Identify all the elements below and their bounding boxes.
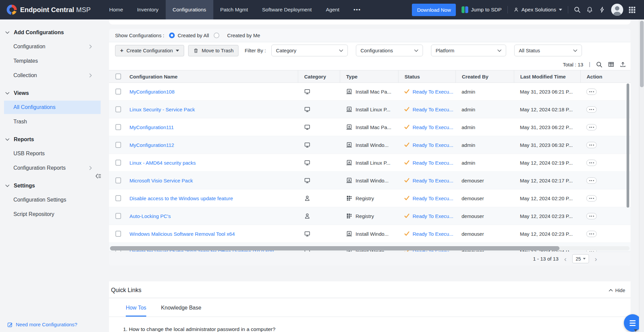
status-link[interactable]: Ready To Execu... [413,196,453,201]
nav-item-inventory[interactable]: Inventory [130,0,166,19]
sidebar-item-trash[interactable]: Trash [4,115,101,128]
select-all-checkbox[interactable] [115,73,121,79]
quick-actions-bolt-icon[interactable] [599,6,605,13]
row-actions-button[interactable] [586,124,597,130]
row-checkbox[interactable] [115,142,121,148]
notification-bell-icon[interactable] [586,6,593,13]
column-header-type[interactable]: Type [340,70,398,82]
configuration-name-link[interactable]: MyConfiguration111 [129,124,174,130]
create-configuration-button[interactable]: + Create Configuration [115,45,184,56]
configuration-name-link[interactable]: MyConfiguration108 [129,89,174,95]
type-label: Install Windo... [356,231,388,237]
row-actions-button[interactable] [586,177,597,184]
status-link[interactable]: Ready To Execu... [413,124,453,130]
row-checkbox[interactable] [115,124,121,130]
horizontal-scrollbar-thumb[interactable] [110,246,559,251]
row-actions-button[interactable] [586,89,597,95]
nav-item-software-deployment[interactable]: Software Deployment [255,0,319,19]
previous-page-icon[interactable]: ‹ [564,255,567,262]
column-header-created-by[interactable]: Created By [455,70,514,82]
column-header-category[interactable]: Category [298,70,340,82]
apps-grid-icon[interactable] [629,7,635,13]
tab-how-tos[interactable]: How Tos [126,305,146,317]
row-checkbox[interactable] [115,195,121,201]
how-to-link[interactable]: 1. How to change the local administrator… [123,326,275,332]
chevron-down-icon [5,31,9,34]
hide-quick-links-button[interactable]: Hide [609,288,625,293]
status-link[interactable]: Ready To Execu... [413,142,453,148]
row-actions-button[interactable] [586,106,597,113]
status-link[interactable]: Ready To Execu... [413,231,453,237]
configuration-name-link[interactable]: Disable access to the Windows update fea… [129,196,233,201]
sidebar-item-usb-reports[interactable]: USB Reports [4,147,101,160]
row-checkbox[interactable] [115,89,121,95]
status-link[interactable]: Ready To Execu... [413,89,453,95]
user-avatar[interactable] [611,4,623,16]
table-vertical-scrollbar-thumb[interactable] [627,84,629,208]
row-actions-button[interactable] [586,160,597,166]
row-checkbox[interactable] [115,213,121,219]
tab-knowledge-base[interactable]: Knowledge Base [161,305,201,317]
page-scrollbar-thumb[interactable] [640,21,644,87]
download-now-button[interactable]: Download Now [412,4,456,16]
configuration-name-link[interactable]: Windows Malicious Software Removal Tool … [129,231,235,237]
export-icon[interactable] [620,61,626,67]
sidebar-item-templates[interactable]: Templates [4,54,101,68]
configuration-name-link[interactable]: Linux Security - Service Pack [129,107,195,112]
move-to-trash-button[interactable]: Move to Trash [188,45,238,56]
row-actions-button[interactable] [586,231,597,237]
row-actions-button[interactable] [586,142,597,148]
status-link[interactable]: Ready To Execu... [413,178,453,183]
sidebar-header-settings[interactable]: Settings [0,179,101,192]
status-filter-dropdown[interactable]: All Status [514,45,582,56]
column-header-last-modified-time[interactable]: Last Modified Time [514,70,580,82]
configuration-name-link[interactable]: Linux - AMD64 security packs [129,160,196,166]
need-more-configurations-link[interactable]: Need more Configurations? [7,322,77,327]
status-link[interactable]: Ready To Execu... [413,160,453,166]
nav-more-menu[interactable]: ••• [346,0,368,19]
row-checkbox[interactable] [115,160,121,166]
configuration-name-link[interactable]: Microsoft Visio Service Pack [129,178,193,183]
platform-filter-dropdown[interactable]: Platform [431,45,506,56]
sidebar-item-all-configurations[interactable]: All Configurations [4,101,101,114]
table-search-icon[interactable] [596,61,602,68]
radio-created-by-all[interactable] [169,33,175,38]
sidebar-header-views[interactable]: Views [0,87,101,100]
page-size-select[interactable]: 25 [572,254,589,263]
configurations-filter-dropdown[interactable]: Configurations [356,45,423,56]
column-header-configuration-name[interactable]: Configuration Name [127,70,298,82]
category-filter-dropdown[interactable]: Category [271,45,348,56]
nav-item-agent[interactable]: Agent [319,0,346,19]
sidebar-item-configuration-reports[interactable]: Configuration Reports [4,161,101,175]
row-checkbox[interactable] [115,106,121,112]
sidebar-item-configuration-settings[interactable]: Configuration Settings [4,193,101,207]
page-scrollbar[interactable] [639,19,644,332]
configuration-name-link[interactable]: Auto-Locking PC's [129,213,171,219]
nav-item-home[interactable]: Home [102,0,130,19]
column-chooser-icon[interactable] [608,61,614,67]
radio-created-by-me[interactable] [214,33,219,38]
status-link[interactable]: Ready To Execu... [413,107,453,112]
row-checkbox[interactable] [115,231,121,237]
account-menu[interactable]: Apex Solutions [514,7,562,13]
row-checkbox[interactable] [115,177,121,183]
sidebar-item-collection[interactable]: Collection [4,69,101,82]
sidebar-header-add-configurations[interactable]: Add Configurations [0,26,101,39]
horizontal-scrollbar[interactable] [110,246,630,251]
search-icon[interactable] [574,6,581,13]
column-header-status[interactable]: Status [398,70,455,82]
nav-item-patch-mgmt[interactable]: Patch Mgmt [213,0,255,19]
configuration-name-link[interactable]: MyConfiguration112 [129,142,174,148]
radio-created-by-all-label[interactable]: Created by All [178,33,209,38]
status-link[interactable]: Ready To Execu... [413,213,453,219]
sidebar-item-configuration[interactable]: Configuration [4,40,101,53]
row-actions-button[interactable] [586,213,597,219]
jump-to-sdp-link[interactable]: Jump to SDP [462,6,501,13]
row-actions-button[interactable] [586,195,597,202]
nav-item-configurations[interactable]: Configurations [166,0,213,19]
next-page-icon[interactable]: › [595,255,597,262]
last-modified-value: May 31, 2023 06:32 P... [520,142,573,148]
sidebar-item-script-repository[interactable]: Script Repository [4,208,101,221]
sidebar-header-reports[interactable]: Reports [0,133,101,146]
radio-created-by-me-label[interactable]: Created by Me [227,33,260,38]
